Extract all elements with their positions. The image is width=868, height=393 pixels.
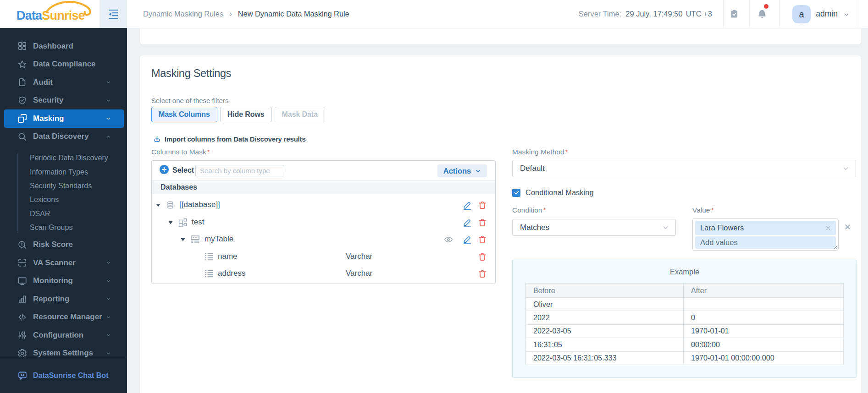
columns-tree-panel: Select Actions Databases [[database]] — [151, 160, 496, 284]
monitor-icon — [17, 276, 27, 286]
sidebar-item-risk-score[interactable]: Risk Score — [0, 235, 127, 254]
required-asterisk: * — [711, 206, 714, 214]
mask-columns-button[interactable]: Mask Columns — [151, 107, 217, 122]
sidebar-subitem-scan-groups[interactable]: Scan Groups — [30, 221, 127, 235]
user-menu-chevron-icon[interactable] — [844, 12, 849, 17]
notification-dot — [764, 4, 768, 9]
example-cell: 2022-03-05 16:31:05.333 — [526, 351, 684, 365]
condition-label: Condition* — [512, 206, 546, 214]
scanner-icon — [17, 258, 27, 267]
chevron-down-icon — [106, 116, 111, 121]
chevron-down-icon — [106, 98, 111, 103]
delete-button[interactable] — [478, 201, 487, 210]
chevron-down-icon — [106, 315, 111, 320]
hide-rows-button[interactable]: Hide Rows — [220, 107, 272, 122]
delete-button[interactable] — [478, 218, 487, 227]
edit-button[interactable] — [463, 201, 472, 210]
tasks-button[interactable] — [724, 0, 745, 28]
caret-down-icon[interactable] — [168, 221, 173, 224]
sidebar-subitem-dsar[interactable]: DSAR — [30, 207, 127, 221]
mask-data-button[interactable]: Mask Data — [275, 107, 325, 122]
sidebar: DataSunrise Dashboard Data Compliance Au… — [0, 0, 127, 393]
chevron-down-icon — [106, 278, 111, 284]
menu-fold-icon — [108, 9, 118, 19]
breadcrumb-dynamic-masking-rules[interactable]: Dynamic Masking Rules — [143, 10, 223, 18]
download-icon — [153, 135, 161, 143]
add-values-placeholder: Add values — [700, 238, 738, 247]
tree-node-name: test — [192, 218, 204, 227]
previous-card-bottom — [140, 28, 861, 44]
edit-button[interactable] — [463, 218, 472, 227]
value-tag-text: Lara Flowers — [700, 224, 825, 232]
tree-row-column-address[interactable]: address Varchar — [152, 265, 495, 283]
avatar[interactable]: a — [792, 5, 811, 23]
resize-handle-icon[interactable] — [833, 245, 838, 250]
condition-select[interactable]: Matches — [512, 219, 676, 236]
tree-row-database[interactable]: [[database]] — [152, 196, 495, 214]
sidebar-menu: Dashboard Data Compliance Audit Security… — [0, 28, 127, 357]
example-cell: 1970-01-01 00:00:00.000 — [684, 351, 844, 365]
sidebar-item-data-discovery[interactable]: Data Discovery — [0, 128, 127, 146]
chatbot-label: DataSunrise Chat Bot — [33, 371, 108, 380]
sidebar-subitem-information-types[interactable]: Information Types — [30, 165, 127, 179]
topbar-divider — [858, 0, 858, 28]
sidebar-item-label: Configuration — [33, 331, 106, 340]
chevron-down-icon — [106, 260, 111, 265]
example-cell: 1970-01-01 — [684, 324, 844, 338]
conditional-masking-checkbox[interactable] — [512, 189, 520, 197]
edit-button[interactable] — [463, 235, 472, 244]
sidebar-item-reporting[interactable]: Reporting — [0, 290, 127, 308]
breadcrumb-current-page: New Dynamic Data Masking Rule — [238, 10, 349, 18]
datasunrise-logo[interactable]: DataSunrise — [17, 0, 85, 28]
conditional-masking-row: Conditional Masking — [512, 188, 594, 197]
table-icon — [191, 235, 199, 244]
sidebar-subitem-security-standards[interactable]: Security Standards — [30, 179, 127, 193]
column-datatype: Varchar — [346, 252, 372, 261]
delete-button[interactable] — [478, 252, 487, 262]
sidebar-collapse-button[interactable] — [100, 0, 127, 28]
preview-button[interactable] — [444, 235, 453, 244]
delete-button[interactable] — [478, 235, 487, 244]
sidebar-subitem-lexicons[interactable]: Lexicons — [30, 193, 127, 207]
search-column-input[interactable] — [195, 165, 284, 176]
tree-row-table[interactable]: myTable — [152, 231, 495, 248]
remove-value-icon[interactable] — [825, 225, 831, 231]
sidebar-subitem-periodic-data-discovery[interactable]: Periodic Data Discovery — [30, 151, 127, 165]
masking-settings-card: Masking Settings Select one of these fil… — [140, 55, 861, 393]
tree-row-column-name[interactable]: name Varchar — [152, 248, 495, 266]
delete-button[interactable] — [478, 269, 487, 278]
chevron-down-icon — [106, 80, 111, 85]
condition-value: Matches — [520, 223, 549, 232]
caret-down-icon[interactable] — [156, 203, 160, 207]
add-values-input[interactable]: Add values — [695, 236, 836, 249]
sidebar-item-va-scanner[interactable]: VA Scanner — [0, 254, 127, 272]
sidebar-item-dashboard[interactable]: Dashboard — [0, 37, 127, 55]
value-label: Value* — [692, 206, 714, 214]
example-row: 20220 — [526, 311, 844, 324]
breadcrumb-separator: › — [229, 9, 232, 19]
sidebar-item-data-compliance[interactable]: Data Compliance — [0, 55, 127, 74]
sidebar-item-security[interactable]: Security — [0, 92, 127, 110]
actions-button[interactable]: Actions — [437, 164, 487, 177]
schema-icon — [178, 218, 187, 227]
sidebar-item-chatbot[interactable]: DataSunrise Chat Bot — [0, 366, 127, 385]
sidebar-item-monitoring[interactable]: Monitoring — [0, 272, 127, 290]
import-columns-link[interactable]: Import columns from Data Discovery resul… — [153, 135, 306, 143]
masking-icon — [17, 114, 27, 123]
sidebar-item-label: VA Scanner — [33, 258, 106, 267]
chat-bot-icon — [17, 371, 28, 381]
server-time-timezone: UTC +3 — [686, 10, 712, 18]
server-time-value: 29 July, 17:49:50 — [625, 10, 682, 18]
sidebar-item-system-settings[interactable]: System Settings — [0, 344, 127, 357]
user-menu[interactable]: admin — [816, 0, 838, 28]
add-column-button[interactable] — [159, 164, 169, 175]
sidebar-item-resource-manager[interactable]: Resource Manager — [0, 308, 127, 326]
sidebar-item-configuration[interactable]: Configuration — [0, 326, 127, 344]
clear-values-button[interactable] — [844, 224, 851, 230]
sidebar-item-masking[interactable]: Masking — [4, 109, 124, 128]
masking-method-select[interactable]: Default — [512, 160, 856, 177]
caret-down-icon[interactable] — [181, 238, 185, 241]
notifications-button[interactable] — [750, 0, 774, 28]
sidebar-item-audit[interactable]: Audit — [0, 73, 127, 92]
tree-row-schema[interactable]: test — [152, 214, 495, 231]
